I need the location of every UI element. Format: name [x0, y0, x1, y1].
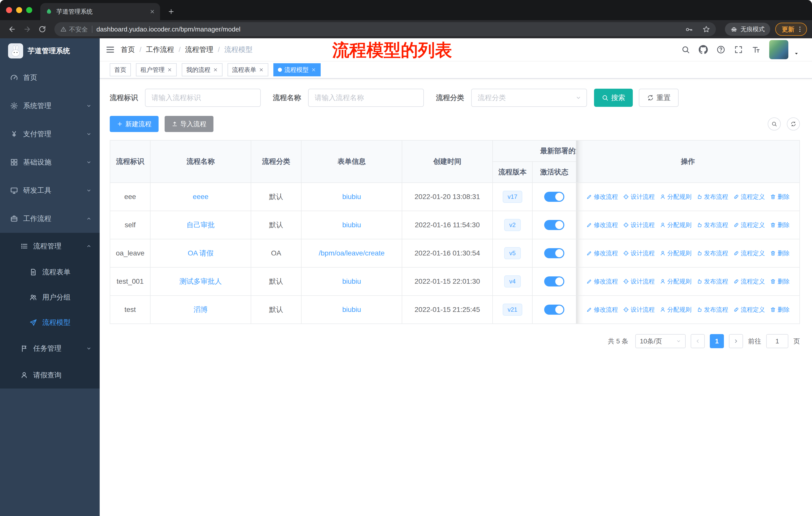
category-select[interactable]: 流程分类 — [471, 89, 587, 107]
toggle-search-button[interactable] — [768, 117, 781, 131]
process-name-link[interactable]: eeee — [193, 193, 208, 200]
tag-process-form[interactable]: 流程表单 — [228, 63, 268, 76]
assign-rule-link[interactable]: 分配规则 — [660, 306, 691, 314]
search-button[interactable]: 搜索 — [594, 89, 633, 107]
tag-close-icon[interactable] — [259, 67, 264, 72]
modify-process-link[interactable]: 修改流程 — [586, 193, 618, 201]
sidebar-item-user-group[interactable]: 用户分组 — [0, 285, 100, 310]
tag-close-icon[interactable] — [167, 67, 172, 72]
sidebar-item-dev-tools[interactable]: 研发工具 — [0, 176, 100, 205]
assign-rule-link[interactable]: 分配规则 — [660, 249, 691, 257]
publish-process-link[interactable]: 发布流程 — [696, 249, 728, 257]
active-toggle[interactable] — [544, 248, 564, 258]
modify-process-link[interactable]: 修改流程 — [586, 249, 618, 257]
form-info-link[interactable]: biubiu — [342, 193, 361, 200]
assign-rule-link[interactable]: 分配规则 — [660, 193, 691, 201]
import-process-button[interactable]: 导入流程 — [165, 116, 213, 132]
tag-tenant-management[interactable]: 租户管理 — [136, 63, 177, 76]
next-page-button[interactable] — [729, 334, 743, 348]
goto-page-input[interactable] — [766, 334, 788, 348]
process-definition-link[interactable]: 流程定义 — [733, 221, 765, 229]
hamburger-icon[interactable] — [100, 38, 121, 61]
process-definition-link[interactable]: 流程定义 — [733, 277, 765, 286]
process-name-link[interactable]: 自己审批 — [186, 221, 215, 229]
process-name-link[interactable]: 滔博 — [194, 306, 208, 314]
sidebar-item-payment-management[interactable]: 支付管理 — [0, 120, 100, 148]
design-process-link[interactable]: 设计流程 — [623, 193, 655, 201]
sidebar-logo[interactable]: 芋道管理系统 — [0, 38, 100, 63]
delete-link[interactable]: 删除 — [770, 306, 790, 314]
search-icon[interactable] — [681, 45, 690, 54]
form-info-link[interactable]: /bpm/oa/leave/create — [319, 249, 385, 257]
delete-link[interactable]: 删除 — [770, 193, 790, 201]
form-info-link[interactable]: biubiu — [342, 306, 361, 314]
design-process-link[interactable]: 设计流程 — [623, 306, 655, 314]
reset-button[interactable]: 重置 — [639, 89, 678, 107]
tag-close-icon[interactable] — [213, 67, 218, 72]
address-bar[interactable]: 不安全 dashboard.yudao.iocoder.cn/bpm/manag… — [54, 22, 716, 36]
modify-process-link[interactable]: 修改流程 — [586, 306, 618, 314]
process-definition-link[interactable]: 流程定义 — [733, 306, 765, 314]
sidebar-item-home[interactable]: 首页 — [0, 63, 100, 92]
window-minimize-button[interactable] — [16, 7, 22, 13]
tab-close-icon[interactable] — [149, 9, 155, 15]
process-name-link[interactable]: 测试多审批人 — [179, 277, 222, 285]
publish-process-link[interactable]: 发布流程 — [696, 277, 728, 286]
fullscreen-icon[interactable] — [734, 45, 743, 54]
refresh-table-button[interactable] — [787, 117, 800, 131]
active-toggle[interactable] — [544, 276, 564, 287]
sidebar-item-leave-query[interactable]: 请假查询 — [0, 362, 100, 388]
design-process-link[interactable]: 设计流程 — [623, 277, 655, 286]
github-icon[interactable] — [699, 45, 708, 54]
menu-kebab-icon[interactable] — [796, 26, 804, 33]
window-zoom-button[interactable] — [26, 7, 32, 13]
breadcrumb-item-2[interactable]: 流程管理 — [185, 45, 213, 54]
active-toggle[interactable] — [544, 220, 564, 230]
sidebar-item-process-management[interactable]: 流程管理 — [0, 233, 100, 260]
sidebar-item-system-management[interactable]: 系统管理 — [0, 92, 100, 120]
create-process-button[interactable]: 新建流程 — [110, 116, 158, 132]
prev-page-button[interactable] — [691, 334, 705, 348]
delete-link[interactable]: 删除 — [770, 249, 790, 257]
modify-process-link[interactable]: 修改流程 — [586, 221, 618, 229]
bookmark-star-icon[interactable] — [702, 25, 710, 33]
breadcrumb-item-1[interactable]: 工作流程 — [146, 45, 174, 54]
sidebar-item-workflow[interactable]: 工作流程 — [0, 205, 100, 233]
form-info-link[interactable]: biubiu — [342, 221, 361, 229]
design-process-link[interactable]: 设计流程 — [623, 249, 655, 257]
tag-process-model[interactable]: 流程模型 — [273, 63, 321, 76]
form-info-link[interactable]: biubiu — [342, 277, 361, 285]
breadcrumb-item-0[interactable]: 首页 — [121, 45, 135, 54]
page-size-select[interactable]: 10条/页 — [635, 334, 686, 348]
assign-rule-link[interactable]: 分配规则 — [660, 277, 691, 286]
active-toggle[interactable] — [544, 305, 564, 315]
new-tab-button[interactable] — [164, 4, 178, 19]
delete-link[interactable]: 删除 — [770, 277, 790, 286]
tag-home[interactable]: 首页 — [110, 63, 131, 76]
sidebar-item-process-model[interactable]: 流程模型 — [0, 310, 100, 335]
process-definition-link[interactable]: 流程定义 — [733, 249, 765, 257]
process-key-input[interactable] — [145, 89, 261, 107]
process-name-link[interactable]: OA 请假 — [188, 249, 214, 257]
security-warning[interactable]: 不安全 — [60, 25, 88, 33]
update-button[interactable]: 更新 — [775, 23, 807, 36]
back-button[interactable] — [5, 22, 19, 36]
publish-process-link[interactable]: 发布流程 — [696, 193, 728, 201]
delete-link[interactable]: 删除 — [770, 221, 790, 229]
sidebar-item-task-management[interactable]: 任务管理 — [0, 335, 100, 362]
browser-tab[interactable]: 芋道管理系统 — [40, 3, 160, 20]
sidebar-item-infrastructure[interactable]: 基础设施 — [0, 148, 100, 176]
font-size-icon[interactable] — [752, 45, 761, 54]
window-close-button[interactable] — [6, 7, 12, 13]
modify-process-link[interactable]: 修改流程 — [586, 277, 618, 286]
tag-my-process[interactable]: 我的流程 — [182, 63, 223, 76]
assign-rule-link[interactable]: 分配规则 — [660, 221, 691, 229]
user-avatar[interactable] — [769, 40, 788, 59]
forward-button[interactable] — [20, 22, 34, 36]
reload-button[interactable] — [35, 22, 49, 36]
process-name-input[interactable] — [308, 89, 424, 107]
tag-close-icon[interactable] — [311, 67, 316, 72]
help-icon[interactable] — [716, 45, 725, 54]
password-key-icon[interactable] — [685, 25, 693, 33]
sidebar-item-process-form[interactable]: 流程表单 — [0, 260, 100, 285]
